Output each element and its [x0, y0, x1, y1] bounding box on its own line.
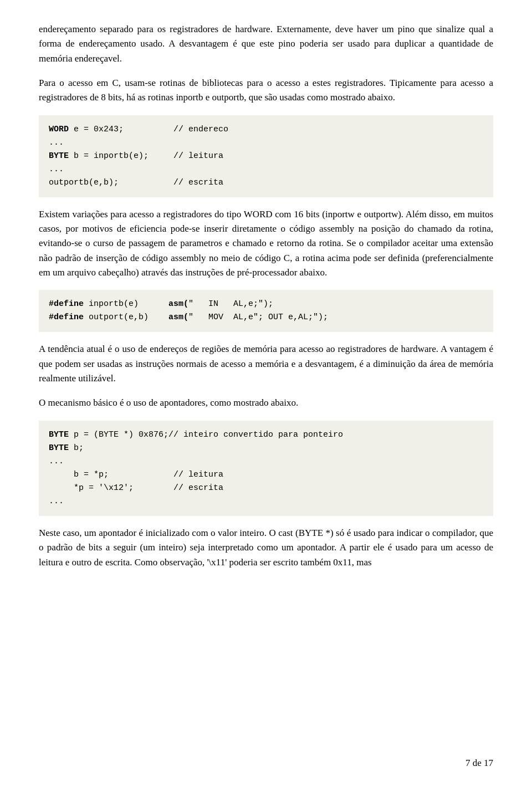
code-block-1: WORD e = 0x243; // endereco ... BYTE b =… — [39, 115, 493, 197]
paragraph-6: Neste caso, um apontador é inicializado … — [39, 526, 493, 570]
page-footer: 7 de 17 — [466, 756, 493, 770]
paragraph-3: Existem variações para acesso a registra… — [39, 207, 493, 280]
paragraph-4: A tendência atual é o uso de endereços d… — [39, 342, 493, 386]
paragraph-1: endereçamento separado para os registrad… — [39, 22, 493, 66]
page-number: 7 de 17 — [466, 758, 493, 768]
paragraph-2: Para o acesso em C, usam-se rotinas de b… — [39, 76, 493, 105]
code-block-2: #define inportb(e) asm(" IN AL,e;"); #de… — [39, 290, 493, 332]
paragraph-5: O mecanismo básico é o uso de apontadore… — [39, 396, 493, 410]
main-content: endereçamento separado para os registrad… — [39, 22, 493, 570]
code-block-3: BYTE p = (BYTE *) 0x876;// inteiro conve… — [39, 421, 493, 516]
